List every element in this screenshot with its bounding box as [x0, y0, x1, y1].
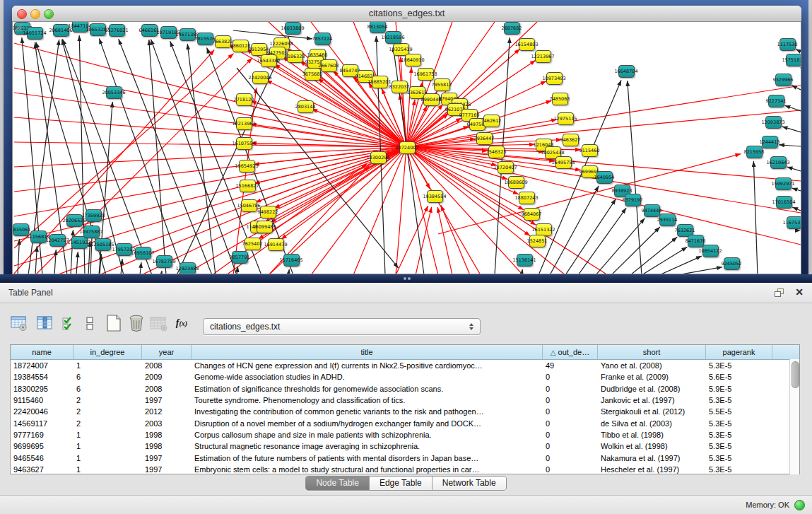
column-header-in_degree[interactable]: in_degree: [73, 345, 142, 359]
graph-node[interactable]: 9463627: [563, 134, 579, 146]
graph-node[interactable]: 8322037: [392, 81, 408, 93]
graph-node[interactable]: 8186328: [287, 50, 303, 63]
graph-node[interactable]: 7625402: [245, 238, 261, 250]
graph-node[interactable]: 12093873: [765, 116, 782, 129]
table-row[interactable]: 946554611997Estimation of the future num…: [11, 452, 799, 463]
graph-node[interactable]: 16495758: [555, 156, 572, 169]
tab-edge-table[interactable]: Edge Table: [369, 477, 432, 490]
graph-node[interactable]: 12042757: [49, 234, 66, 247]
graph-node[interactable]: 2667608: [321, 59, 337, 72]
graph-node[interactable]: 16958107: [135, 247, 151, 259]
function-builder-icon[interactable]: f(x): [172, 314, 191, 332]
graph-node[interactable]: 9245052: [724, 257, 740, 270]
graph-node[interactable]: 16099489: [257, 221, 273, 233]
graph-node[interactable]: 17359928: [86, 209, 102, 222]
graph-node[interactable]: 19384554: [427, 190, 443, 203]
scrollbar-thumb[interactable]: [792, 361, 799, 388]
graph-node[interactable]: 19218596: [385, 31, 401, 44]
graph-node[interactable]: 12213963: [236, 117, 252, 130]
graph-node[interactable]: 2935114: [659, 214, 676, 226]
show-column-icon[interactable]: [36, 314, 54, 332]
graph-node[interactable]: 18640910: [405, 54, 421, 66]
delete-column-icon[interactable]: [127, 314, 146, 332]
graph-node[interactable]: 7815526: [197, 33, 213, 45]
table-row[interactable]: 2242004622012Investigating the contribut…: [11, 406, 799, 417]
graph-node[interactable]: 12923488: [180, 262, 196, 274]
panel-divider[interactable]: [0, 274, 812, 283]
graph-node[interactable]: 15992971: [775, 177, 792, 190]
graph-node[interactable]: 15136141: [517, 254, 533, 267]
graph-node[interactable]: 16961758: [418, 68, 434, 81]
graph-node[interactable]: 10688609: [508, 176, 524, 189]
graph-node[interactable]: 7955812: [434, 78, 450, 91]
graph-node[interactable]: 15716485: [283, 254, 300, 267]
graph-node[interactable]: 15276021: [109, 24, 125, 37]
graph-node[interactable]: 18300295: [370, 151, 387, 164]
graph-node[interactable]: 22420046: [252, 71, 269, 84]
vertical-scrollbar[interactable]: [789, 359, 799, 474]
graph-node[interactable]: 18720407: [498, 161, 514, 174]
graph-node[interactable]: 9498222: [260, 206, 276, 218]
table-row[interactable]: 969969511998Structural magnetic resonanc…: [11, 440, 799, 452]
graph-node[interactable]: 15166827: [240, 180, 256, 192]
graph-node[interactable]: 14671388: [180, 28, 196, 41]
graph-node[interactable]: 6466161: [141, 24, 158, 37]
network-window-titlebar[interactable]: citations_edges.txt: [12, 6, 801, 22]
table-row[interactable]: 1830029562008Estimation of significance …: [11, 383, 799, 395]
graph-node[interactable]: 9684067: [524, 208, 540, 221]
graph-node[interactable]: 1524851: [529, 235, 546, 247]
graph-node[interactable]: 7485063: [552, 93, 568, 105]
table-row[interactable]: 911546021997Tourette syndrome. Phenomeno…: [11, 395, 799, 406]
graph-node[interactable]: 10719185: [160, 26, 177, 39]
table-row[interactable]: 1456911722003Disruption of a novel membe…: [11, 417, 799, 428]
graph-node[interactable]: 16543382: [261, 54, 277, 67]
delete-table-icon[interactable]: [150, 314, 168, 332]
graph-node[interactable]: 15751874: [786, 54, 802, 66]
graph-node[interactable]: 3675685: [305, 68, 321, 81]
graph-node[interactable]: 7663822: [215, 35, 231, 48]
resize-grip-icon[interactable]: [13, 22, 23, 32]
graph-node[interactable]: 17957252: [116, 243, 132, 256]
graph-node[interactable]: 2803144: [298, 100, 314, 113]
graph-node[interactable]: 9329966: [775, 74, 792, 86]
graph-hub-node[interactable]: 18724007: [399, 141, 416, 154]
graph-node[interactable]: 9860128: [233, 40, 249, 52]
graph-node[interactable]: 12975115: [558, 112, 574, 125]
graph-node[interactable]: 2936447: [476, 132, 493, 145]
graph-node[interactable]: 14055724: [27, 27, 43, 40]
graph-node[interactable]: 7462612: [483, 115, 500, 127]
new-column-icon[interactable]: [105, 314, 123, 332]
column-header-short[interactable]: short: [598, 345, 706, 359]
table-options-icon[interactable]: [10, 314, 28, 332]
graph-node[interactable]: 16107554: [236, 137, 252, 150]
tab-network-table[interactable]: Network Table: [432, 477, 506, 490]
graph-node[interactable]: 10654112: [702, 245, 719, 257]
network-canvas[interactable]: 7663822986012889129541222605894275038186…: [12, 21, 801, 274]
table-row[interactable]: 977716911998Corpus callosum shape and si…: [11, 429, 799, 440]
graph-node[interactable]: 8990448: [423, 93, 440, 106]
graph-node[interactable]: 15685201: [372, 76, 388, 88]
graph-node[interactable]: 20206526: [66, 214, 83, 227]
column-header-pagerank[interactable]: pagerank: [706, 345, 772, 359]
graph-node[interactable]: 11156819: [30, 230, 47, 243]
graph-node[interactable]: 8813054: [370, 21, 386, 33]
column-header-year[interactable]: year: [142, 345, 192, 359]
column-header-title[interactable]: title: [192, 345, 543, 359]
graph-node[interactable]: 19654923: [239, 160, 255, 173]
graph-node[interactable]: 1244413: [762, 136, 778, 148]
float-panel-icon[interactable]: [775, 288, 785, 298]
column-header-name[interactable]: name: [11, 345, 73, 359]
graph-node[interactable]: 10975887: [83, 226, 100, 238]
row-selection-icon[interactable]: [60, 314, 78, 332]
graph-node[interactable]: 17016504: [776, 196, 792, 209]
graph-node[interactable]: 1640954: [596, 171, 613, 184]
graph-node[interactable]: 11675315: [787, 216, 802, 229]
graph-node[interactable]: 9227341: [768, 95, 784, 107]
graph-node[interactable]: 7546323: [488, 146, 505, 158]
graph-node[interactable]: 8471676: [688, 235, 704, 247]
close-panel-icon[interactable]: ✕: [795, 286, 804, 298]
table-row[interactable]: 1872400712008Changes of HCN gene express…: [11, 360, 799, 371]
graph-node[interactable]: 2687682: [504, 22, 520, 35]
table-select-dropdown[interactable]: citations_edges.txt: [203, 318, 481, 335]
graph-node[interactable]: 10973493: [546, 72, 563, 85]
